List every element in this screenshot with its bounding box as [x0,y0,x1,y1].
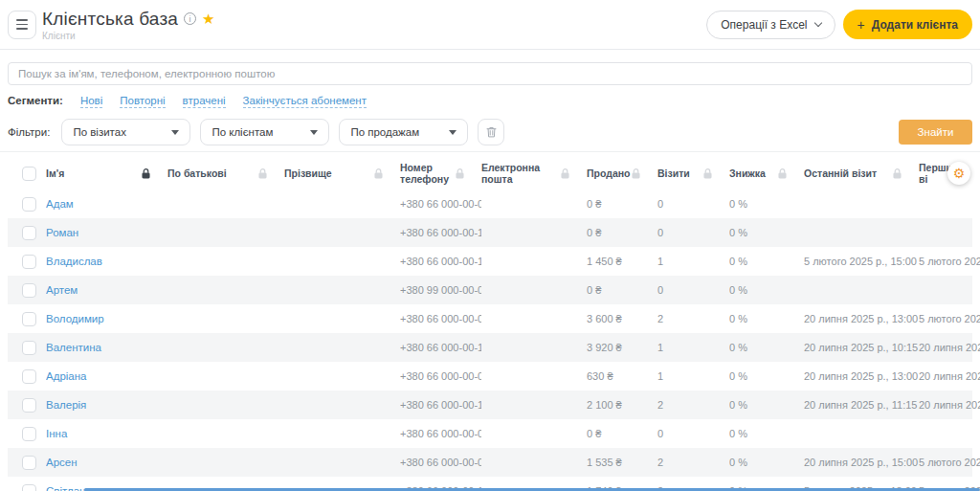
filters-label: Фільтри: [8,126,50,138]
cell-visits: 1 [657,256,729,267]
segments-label: Сегменти: [8,95,63,106]
cell-name[interactable]: Владислав [46,256,167,267]
find-button[interactable]: Знайти [899,120,972,145]
cell-phone: +380 99 000-00-01 [400,284,481,296]
row-checkbox[interactable] [22,197,36,212]
caret-down-icon [310,130,318,135]
filter-select-sales[interactable]: По продажам [339,119,468,145]
excel-operations-label: Операції з Excel [721,18,807,32]
row-checkbox[interactable] [22,484,36,491]
cell-name[interactable]: Адам [46,198,167,210]
cell-phone: +380 66 000-00-11 [400,227,481,238]
trash-icon [486,126,497,138]
lock-icon [703,168,712,179]
cell-sold: 0 ₴ [587,284,657,296]
cell-last_visit: 20 липня 2025 р., 15:00 [804,457,919,468]
title-block: Клієнтська база i ★ Клієнти [42,9,215,41]
column-header[interactable]: По батькові [167,167,284,179]
column-header[interactable]: Знижка [729,167,804,179]
segment-link-subscription-ending[interactable]: Закінчується абонемент [243,95,367,108]
column-header[interactable]: Електронна пошта [481,162,587,185]
topbar: Клієнтська база i ★ Клієнти Операції з E… [0,0,980,50]
add-client-label: Додати клієнта [872,18,958,32]
cell-sold: 3 920 ₴ [587,342,657,353]
cell-visits: 0 [657,428,729,439]
cell-visits: 0 [657,227,729,238]
table-row: Роман+380 66 000-00-110 ₴00 % [8,218,972,247]
cell-name[interactable]: Арсен [46,457,167,468]
cell-discount: 0 % [729,313,804,324]
row-checkbox[interactable] [22,312,36,326]
segment-link-repeat[interactable]: Повторні [120,95,165,108]
cell-visits: 2 [657,457,729,468]
cell-sold: 0 ₴ [587,428,657,439]
row-checkbox[interactable] [22,283,36,298]
cell-last_visit: 20 липня 2025 р., 13:00 [804,313,919,324]
cell-phone: +380 66 000-00-08 [400,428,481,439]
select-all-checkbox[interactable] [22,167,36,181]
column-header[interactable]: Номер телефону [400,162,481,185]
cell-name[interactable]: Валерія [46,399,167,411]
segment-link-lost[interactable]: втрачені [183,95,226,108]
column-header[interactable]: Ім'я [46,167,167,179]
cell-sold: 2 100 ₴ [587,399,657,411]
table-header-row: ⚙ Ім'я По батькові Прізвище Номер телефо… [8,157,972,190]
column-header[interactable]: Прізвище [284,167,400,179]
column-settings-button[interactable]: ⚙ [947,162,970,185]
star-icon[interactable]: ★ [202,11,214,26]
filter-select-visits[interactable]: По візитах [61,119,190,145]
clear-filters-button[interactable] [478,119,504,145]
column-header[interactable]: Останній візит [804,167,919,179]
segments-row: Сегменти: Нові Повторні втрачені Закінчу… [8,95,972,109]
lock-icon [374,168,383,179]
cell-visits: 1 [657,370,729,382]
cell-sold: 0 ₴ [587,227,657,238]
lock-icon [561,168,569,179]
topbar-actions: Операції з Excel + Додати клієнта [706,10,972,39]
row-checkbox[interactable] [22,226,36,240]
cell-name[interactable]: Роман [46,227,167,238]
add-client-button[interactable]: + Додати клієнта [843,10,972,39]
row-checkbox[interactable] [22,456,36,470]
cell-discount: 0 % [729,342,804,353]
cell-sold: 1 535 ₴ [587,457,657,468]
lock-icon [778,168,787,179]
row-checkbox[interactable] [22,427,36,441]
column-label: По батькові [167,167,227,179]
cell-discount: 0 % [729,399,804,411]
cell-last_visit: 20 липня 2025 р., 11:15 [804,399,919,411]
column-label: Візити [657,167,690,179]
cell-phone: +380 66 000-00-07 [400,370,481,382]
cell-name[interactable]: Володимир [46,313,167,324]
row-checkbox[interactable] [22,369,36,384]
cell-last_visit: 20 липня 2025 р., 13:00 [804,370,919,382]
row-checkbox[interactable] [22,341,36,355]
cell-visits: 1 [657,342,729,353]
cell-first_visit: 20 липня 202 [919,342,972,353]
row-checkbox[interactable] [22,255,36,269]
cell-discount: 0 % [729,256,804,267]
info-icon[interactable]: i [184,12,196,25]
caret-down-icon [171,130,179,135]
cell-name[interactable]: Адріана [46,370,167,382]
cell-name[interactable]: Артем [46,284,167,296]
cell-visits: 2 [657,399,729,411]
cell-phone: +380 66 000-00-02 [400,457,481,468]
cell-phone: +380 66 000-00-01 [400,313,481,324]
column-header[interactable]: Продано [587,167,657,179]
column-header[interactable]: Візити [657,167,729,179]
cell-sold: 1 450 ₴ [587,256,657,267]
menu-button[interactable] [8,11,36,39]
cell-visits: 0 [657,198,729,210]
segment-link-new[interactable]: Нові [80,95,102,108]
row-checkbox[interactable] [22,398,36,413]
column-label: Останній візит [804,167,877,179]
excel-operations-button[interactable]: Операції з Excel [706,11,835,39]
search-input[interactable] [8,62,972,85]
cell-name[interactable]: Валентина [46,342,167,353]
filter-select-clients[interactable]: По клієнтам [200,119,329,145]
cell-first_visit: 20 липня 202 [919,370,972,382]
cell-phone: +380 66 000-00-06 [400,198,481,210]
cell-name[interactable]: Інна [46,428,167,439]
chevron-down-icon [813,19,821,27]
